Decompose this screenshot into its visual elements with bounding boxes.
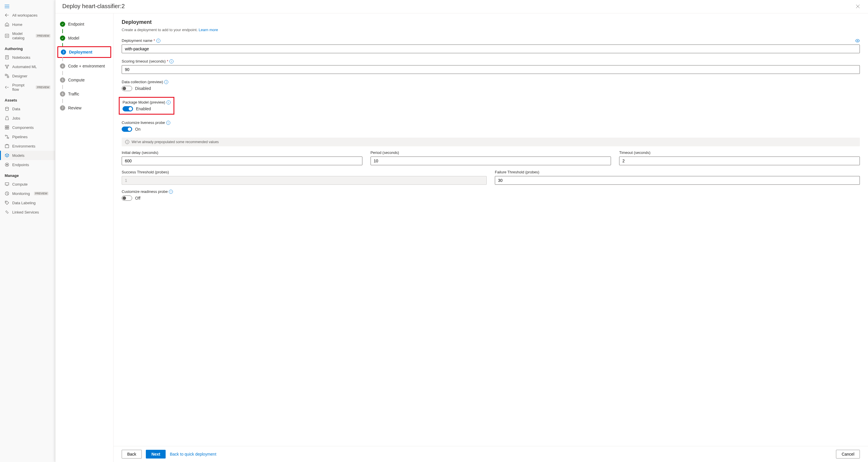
initial-delay-input[interactable] bbox=[122, 157, 362, 165]
hamburger-menu[interactable] bbox=[0, 2, 55, 10]
prompt-flow-icon bbox=[5, 85, 9, 90]
nav-environments[interactable]: Environments bbox=[0, 141, 55, 151]
eye-icon[interactable] bbox=[855, 39, 860, 42]
info-icon[interactable]: i bbox=[169, 190, 173, 194]
preview-badge: PREVIEW bbox=[34, 192, 49, 195]
data-icon bbox=[5, 106, 9, 111]
nav-notebooks[interactable]: Notebooks bbox=[0, 53, 55, 62]
package-model-toggle[interactable] bbox=[123, 106, 133, 111]
notebooks-icon bbox=[5, 55, 9, 60]
nav-compute[interactable]: Compute bbox=[0, 179, 55, 189]
info-icon[interactable]: i bbox=[166, 100, 170, 104]
data-collection-toggle[interactable] bbox=[122, 86, 132, 91]
learn-more-link[interactable]: Learn more bbox=[199, 28, 218, 32]
nav-jobs[interactable]: Jobs bbox=[0, 113, 55, 123]
automl-icon bbox=[5, 64, 9, 69]
step-label: Traffic bbox=[68, 92, 79, 96]
liveness-probe-toggle[interactable] bbox=[122, 127, 132, 132]
nav-label: Pipelines bbox=[12, 135, 28, 139]
step-model[interactable]: ✓ Model bbox=[58, 33, 110, 43]
check-icon: ✓ bbox=[60, 22, 65, 27]
step-review[interactable]: 7 Review bbox=[58, 103, 110, 113]
svg-point-10 bbox=[7, 65, 9, 66]
nav-models[interactable]: Models bbox=[0, 151, 55, 160]
nav-home[interactable]: Home bbox=[0, 20, 55, 29]
deployment-name-input[interactable] bbox=[122, 44, 860, 53]
nav-linked-services[interactable]: Linked Services bbox=[0, 207, 55, 217]
panel-footer: Back Next Back to quick deployment Cance… bbox=[114, 446, 868, 462]
panel-header: Deploy heart-classifier:2 bbox=[55, 0, 868, 13]
step-compute[interactable]: 5 Compute bbox=[58, 75, 110, 85]
svg-point-9 bbox=[5, 65, 6, 66]
nav-label: Prompt flow bbox=[12, 83, 32, 92]
highlight-package-model: Package Model (preview) i Enabled bbox=[119, 97, 174, 114]
required-star: * bbox=[154, 38, 155, 43]
nav-label: Endpoints bbox=[12, 163, 29, 167]
failure-threshold-input[interactable] bbox=[495, 176, 860, 185]
section-assets: Assets bbox=[0, 94, 55, 104]
svg-rect-16 bbox=[7, 126, 9, 127]
designer-icon bbox=[5, 74, 9, 78]
step-connector bbox=[62, 71, 63, 75]
info-icon[interactable]: i bbox=[169, 59, 174, 63]
back-button[interactable]: Back bbox=[122, 450, 142, 459]
nav-data-labeling[interactable]: Data Labeling bbox=[0, 198, 55, 207]
quick-deployment-link[interactable]: Back to quick deployment bbox=[170, 452, 216, 457]
nav-endpoints[interactable]: Endpoints bbox=[0, 160, 55, 169]
timeout-label: Timeout (seconds) bbox=[619, 151, 860, 155]
nav-automated-ml[interactable]: Automated ML bbox=[0, 62, 55, 71]
nav-label: Monitoring bbox=[12, 191, 30, 196]
step-number-icon: 3 bbox=[61, 50, 66, 55]
scoring-timeout-label: Scoring timeout (seconds) * i bbox=[122, 59, 860, 63]
step-deployment[interactable]: 3 Deployment bbox=[59, 47, 110, 57]
section-manage: Manage bbox=[0, 169, 55, 179]
preview-badge: PREVIEW bbox=[36, 86, 50, 89]
label-text: Scoring timeout (seconds) bbox=[122, 59, 166, 63]
compute-icon bbox=[5, 182, 9, 187]
svg-point-23 bbox=[6, 164, 7, 165]
success-threshold-input bbox=[122, 176, 487, 185]
info-icon[interactable]: i bbox=[166, 121, 170, 125]
info-icon[interactable]: i bbox=[164, 80, 168, 84]
nav-components[interactable]: Components bbox=[0, 123, 55, 132]
period-input[interactable] bbox=[371, 157, 611, 165]
nav-label: Components bbox=[12, 125, 34, 130]
svg-rect-17 bbox=[5, 128, 7, 129]
catalog-icon bbox=[5, 33, 9, 38]
toggle-state: Enabled bbox=[136, 106, 151, 111]
nav-designer[interactable]: Designer bbox=[0, 71, 55, 80]
nav-label: Models bbox=[12, 153, 25, 158]
nav-data[interactable]: Data bbox=[0, 104, 55, 113]
nav-prompt-flow[interactable]: Prompt flow PREVIEW bbox=[0, 80, 55, 94]
monitoring-icon bbox=[5, 191, 9, 196]
readiness-probe-toggle[interactable] bbox=[122, 196, 132, 201]
nav-label: Data bbox=[12, 107, 20, 111]
step-code-env[interactable]: 4 Code + environment bbox=[58, 61, 110, 71]
timeout-input[interactable] bbox=[619, 157, 860, 165]
step-label: Code + environment bbox=[68, 64, 105, 68]
svg-rect-12 bbox=[5, 74, 7, 76]
info-icon[interactable]: i bbox=[156, 39, 160, 43]
check-icon: ✓ bbox=[60, 35, 65, 41]
nav-model-catalog[interactable]: Model catalog PREVIEW bbox=[0, 29, 55, 42]
close-button[interactable] bbox=[855, 3, 861, 10]
svg-point-20 bbox=[7, 137, 9, 138]
label-text: Package Model (preview) bbox=[123, 100, 165, 104]
scoring-timeout-input[interactable] bbox=[122, 65, 860, 74]
nav-all-workspaces[interactable]: All workspaces bbox=[0, 10, 55, 20]
cancel-button[interactable]: Cancel bbox=[836, 450, 860, 459]
nav-monitoring[interactable]: Monitoring PREVIEW bbox=[0, 189, 55, 198]
step-traffic[interactable]: 6 Traffic bbox=[58, 89, 110, 99]
step-label: Compute bbox=[68, 78, 85, 82]
step-number-icon: 5 bbox=[60, 77, 65, 82]
step-number-icon: 7 bbox=[60, 105, 65, 110]
endpoints-icon bbox=[5, 162, 9, 167]
nav-pipelines[interactable]: Pipelines bbox=[0, 132, 55, 141]
svg-point-26 bbox=[6, 202, 6, 202]
label-text: Customize readiness probe bbox=[122, 189, 168, 194]
failure-threshold-label: Failure Threshold (probes) bbox=[495, 170, 860, 174]
pipelines-icon bbox=[5, 134, 9, 139]
next-button[interactable]: Next bbox=[146, 450, 166, 459]
step-endpoint[interactable]: ✓ Endpoint bbox=[58, 19, 110, 29]
success-threshold-label: Success Threshold (probes) bbox=[122, 170, 487, 174]
